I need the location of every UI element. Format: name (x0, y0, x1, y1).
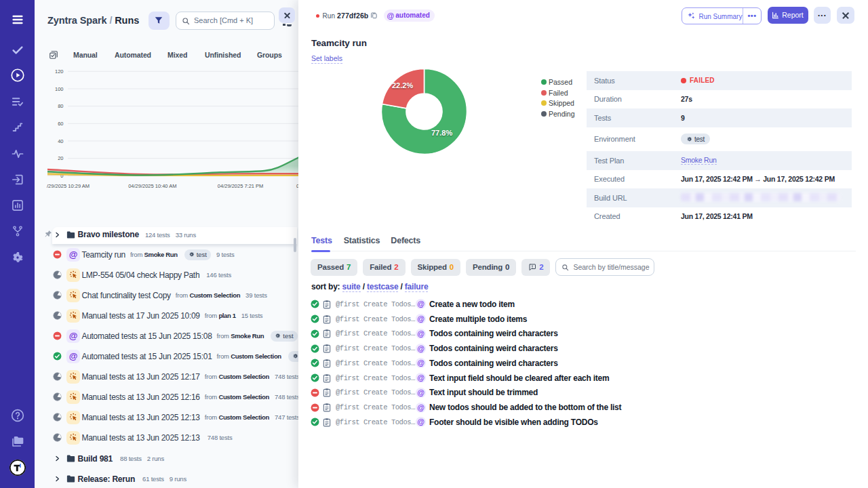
svg-text:/29/2025 10:29 AM: /29/2025 10:29 AM (47, 183, 90, 189)
svg-text:04/29/2025 10:40 AM: 04/29/2025 10:40 AM (128, 183, 176, 189)
svg-text:60: 60 (58, 121, 63, 127)
svg-text:120: 120 (55, 68, 64, 75)
svg-text:40: 40 (58, 138, 63, 144)
svg-text:80: 80 (58, 103, 63, 109)
svg-text:20: 20 (58, 155, 63, 161)
svg-text:04/29/2025 7:21 PM: 04/29/2025 7:21 PM (218, 183, 264, 189)
svg-text:100: 100 (55, 86, 64, 92)
